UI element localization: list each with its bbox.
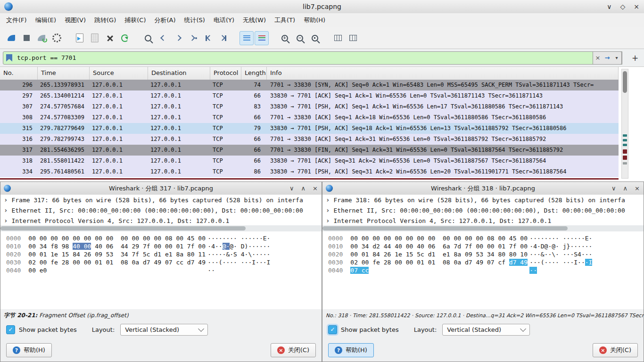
hex-row[interactable]: 000000 00 00 00 00 00 00 00 00 00 00 00 … [322, 234, 644, 242]
scrollbar-handle[interactable] [623, 71, 627, 93]
reload-file-button[interactable] [118, 31, 132, 45]
auto-scroll-button[interactable] [239, 31, 254, 45]
next-packet-button[interactable] [171, 31, 185, 45]
hex-row[interactable]: 002000 01 84 26 1e 15 5c d1 e1 8a 09 53 … [322, 250, 644, 258]
tree-item-frame[interactable]: ›Frame 317: 66 bytes on wire (528 bits),… [0, 195, 322, 205]
hex-row[interactable]: 003002 00 fe 28 00 00 01 01 08 0a d7 49 … [322, 258, 644, 266]
close-icon[interactable]: × [635, 185, 640, 192]
shade-icon[interactable]: ∨ [611, 185, 616, 192]
horizontal-scrollbar[interactable] [0, 225, 322, 231]
expander-icon[interactable]: › [4, 217, 8, 224]
packet-row-334[interactable]: 334295.761480561127.0.0.1127.0.0.1TCP863… [0, 166, 619, 177]
help-button[interactable]: ?帮助(H) [328, 343, 374, 357]
expander-icon[interactable]: › [326, 196, 330, 204]
zoom-out-button[interactable] [293, 31, 307, 45]
layout-select[interactable]: Vertical (Stacked) [120, 324, 208, 336]
tree-item-ip[interactable]: ›Internet Protocol Version 4, Src: 127.0… [322, 215, 644, 225]
display-filter-input[interactable] [16, 54, 593, 62]
restart-capture-button[interactable] [34, 31, 49, 45]
menu-file[interactable]: 文件(F) [2, 14, 31, 26]
packet-row-318[interactable]: 318281.558011422127.0.0.1127.0.0.1TCP663… [0, 156, 619, 166]
filter-dropdown-caret[interactable]: ▾ [612, 55, 621, 60]
col-header-no[interactable]: No. [0, 67, 38, 80]
unshade-icon[interactable]: ∧ [623, 185, 628, 192]
packet-row-316[interactable]: 316279.782799743127.0.0.1127.0.0.1TCP667… [0, 134, 619, 145]
menu-edit[interactable]: 编辑(E) [31, 14, 60, 26]
col-header-info[interactable]: Info [267, 67, 619, 80]
col-header-protocol[interactable]: Protocol [210, 67, 241, 80]
close-dialog-button[interactable]: ×关闭(C) [593, 343, 638, 357]
hex-row[interactable]: 004007 cc·· [322, 266, 644, 274]
hex-row[interactable]: 002000 01 1e 15 84 26 09 53 34 7f 5c d1 … [0, 250, 322, 258]
pane-splitter[interactable] [0, 178, 619, 180]
close-dialog-button[interactable]: ×关闭(C) [271, 343, 316, 357]
first-packet-button[interactable] [201, 31, 215, 45]
bookmark-icon[interactable] [6, 54, 12, 62]
hex-row[interactable]: 000000 00 00 00 00 00 00 00 00 00 00 00 … [0, 234, 322, 242]
unshade-icon[interactable]: ∧ [301, 185, 306, 192]
capture-options-button[interactable] [50, 31, 64, 45]
packet-row-296[interactable]: 296265.133978931127.0.0.1127.0.0.1TCP747… [0, 80, 619, 90]
start-capture-button[interactable] [4, 31, 18, 45]
expander-icon[interactable]: › [4, 206, 8, 214]
hex-row[interactable]: 001000 34 f8 98 40 00 40 06 44 29 7f 00 … [0, 242, 322, 250]
tree-item-ethernet[interactable]: ›Ethernet II, Src: 00:00:00_00:00:00 (00… [0, 205, 322, 215]
maximize-icon[interactable]: ◇ [620, 3, 625, 10]
packet-row-307[interactable]: 307274.577057684127.0.0.1127.0.0.1TCP833… [0, 101, 619, 112]
menu-help[interactable]: 帮助(H) [299, 14, 330, 26]
col-header-length[interactable]: Length [241, 67, 267, 80]
packet-row-297[interactable]: 297265.134001214127.0.0.1127.0.0.1TCP663… [0, 90, 619, 101]
close-file-button[interactable] [103, 31, 117, 45]
stop-capture-button[interactable] [19, 31, 33, 45]
menu-go[interactable]: 跳转(G) [90, 14, 120, 26]
zoom-in-button[interactable] [278, 31, 292, 45]
shade-icon[interactable]: ∨ [289, 185, 294, 192]
close-icon[interactable]: × [313, 185, 318, 192]
menu-capture[interactable]: 捕获(C) [120, 14, 150, 26]
packet-row-308[interactable]: 308274.577083309127.0.0.1127.0.0.1TCP667… [0, 112, 619, 123]
tree-item-frame[interactable]: ›Frame 318: 66 bytes on wire (528 bits),… [322, 195, 644, 205]
packet-list-scrollbar[interactable] [621, 69, 628, 179]
open-file-button[interactable] [73, 31, 87, 45]
col-header-destination[interactable]: Destination [148, 67, 210, 80]
find-packet-button[interactable] [141, 31, 155, 45]
column-numbers-button[interactable] [346, 31, 360, 45]
last-packet-button[interactable] [216, 31, 231, 45]
help-button[interactable]: ?帮助(H) [6, 343, 52, 357]
hex-row[interactable]: 001000 34 d2 44 40 00 40 06 6a 7d 7f 00 … [322, 242, 644, 250]
col-header-time[interactable]: Time [38, 67, 90, 80]
tree-item-ip[interactable]: ›Internet Protocol Version 4, Src: 127.0… [0, 215, 322, 225]
display-filter-field[interactable]: × → ▾ [3, 51, 622, 65]
colorize-button[interactable] [255, 31, 269, 45]
tree-item-ethernet[interactable]: ›Ethernet II, Src: 00:00:00_00:00:00 (00… [322, 205, 644, 215]
packet-row-315-selected[interactable]: 315279.782779649127.0.0.1127.0.0.1TCP793… [0, 123, 619, 134]
dialog-titlebar[interactable]: Wireshark · 分组 318 · lib7.pcapng ∨ ∧ × [322, 182, 644, 195]
apply-filter-button[interactable]: → [603, 54, 612, 61]
close-icon[interactable]: × [634, 3, 639, 10]
hex-row[interactable]: 003002 00 fe 28 00 00 01 01 08 0a d7 49 … [0, 258, 322, 266]
horizontal-scrollbar[interactable] [322, 225, 644, 231]
clear-filter-button[interactable]: × [593, 54, 603, 61]
add-filter-button[interactable]: + [629, 52, 641, 64]
menu-telephony[interactable]: 电话(Y) [209, 14, 239, 26]
expander-icon[interactable]: › [4, 196, 8, 204]
minimize-icon[interactable]: ∨ [607, 3, 611, 10]
dialog-titlebar[interactable]: Wireshark · 分组 317 · lib7.pcapng ∨ ∧ × [0, 182, 322, 195]
menu-wireless[interactable]: 无线(W) [239, 14, 270, 26]
expander-icon[interactable]: › [326, 206, 330, 214]
menu-tools[interactable]: 工具(T) [270, 14, 299, 26]
menu-view[interactable]: 视图(V) [60, 14, 90, 26]
show-packet-bytes-checkbox[interactable]: ✓ [6, 325, 15, 334]
resize-columns-button[interactable] [331, 31, 345, 45]
previous-packet-button[interactable] [156, 31, 170, 45]
zoom-original-button[interactable] [308, 31, 322, 45]
scrollbar-handle[interactable] [0, 226, 246, 230]
hex-row[interactable]: 004000 e0·· [0, 266, 322, 274]
packet-row-317[interactable]: 317281.554636295127.0.0.1127.0.0.1TCP667… [0, 145, 619, 156]
scrollbar-handle[interactable] [322, 226, 568, 230]
menu-analyze[interactable]: 分析(A) [150, 14, 180, 26]
save-file-button[interactable] [88, 31, 102, 45]
layout-select[interactable]: Vertical (Stacked) [442, 324, 530, 336]
col-header-source[interactable]: Source [90, 67, 148, 80]
go-to-packet-button[interactable] [186, 31, 200, 45]
